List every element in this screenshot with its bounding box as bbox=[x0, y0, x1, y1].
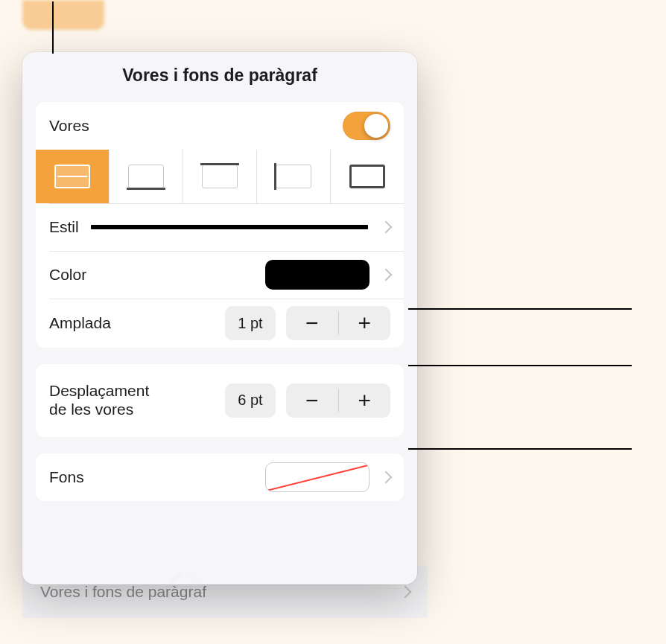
width-label: Amplada bbox=[49, 314, 111, 332]
width-stepper: − + bbox=[286, 306, 390, 340]
callout-leader bbox=[408, 365, 632, 366]
borders-toggle[interactable] bbox=[343, 112, 390, 140]
offset-increment[interactable]: + bbox=[339, 383, 391, 418]
popover-title: Vores i fons de paràgraf bbox=[22, 66, 417, 86]
color-label: Color bbox=[49, 266, 86, 284]
fill-card: Fons bbox=[36, 453, 404, 501]
chevron-right-icon bbox=[380, 269, 393, 281]
chevron-right-icon bbox=[380, 221, 393, 234]
chevron-right-icon bbox=[399, 586, 412, 599]
toggle-knob bbox=[364, 114, 388, 138]
chevron-right-icon bbox=[380, 471, 393, 483]
border-width-row: Amplada 1 pt − + bbox=[36, 299, 404, 348]
fill-swatch-none bbox=[265, 462, 370, 492]
offset-decrement[interactable]: − bbox=[286, 383, 338, 418]
callout-leader bbox=[408, 308, 632, 310]
fill-label: Fons bbox=[49, 468, 84, 486]
color-swatch bbox=[265, 260, 370, 290]
line-style-preview bbox=[91, 225, 368, 229]
offset-value[interactable]: 6 pt bbox=[225, 383, 276, 418]
background-tab-hint bbox=[22, 0, 104, 30]
borders-toggle-row: Vores bbox=[36, 102, 404, 150]
offset-label: Desplaçament de les vores bbox=[49, 372, 149, 430]
borders-background-popover: Vores i fons de paràgraf Vores bbox=[22, 52, 417, 584]
offset-card: Desplaçament de les vores 6 pt − + bbox=[36, 364, 404, 437]
width-decrement[interactable]: − bbox=[286, 306, 338, 340]
border-side-segmented bbox=[36, 150, 404, 203]
border-side-top[interactable] bbox=[183, 150, 257, 203]
offset-stepper: − + bbox=[286, 383, 390, 418]
style-label: Estil bbox=[49, 218, 79, 236]
width-increment[interactable]: + bbox=[339, 306, 391, 340]
border-side-left[interactable] bbox=[257, 150, 331, 203]
borders-card: Vores Estil bbox=[36, 102, 404, 348]
border-style-row[interactable]: Estil bbox=[36, 203, 404, 251]
underlying-row-label: Vores i fons de paràgraf bbox=[40, 583, 206, 601]
borders-label: Vores bbox=[49, 117, 89, 135]
border-offset-row: Desplaçament de les vores 6 pt − + bbox=[36, 364, 404, 437]
border-side-all[interactable] bbox=[36, 150, 110, 203]
border-side-bottom[interactable] bbox=[110, 150, 183, 203]
callout-leader bbox=[52, 1, 54, 54]
border-color-row[interactable]: Color bbox=[36, 251, 404, 299]
callout-leader bbox=[408, 448, 632, 450]
border-side-outline[interactable] bbox=[331, 150, 404, 203]
fill-row[interactable]: Fons bbox=[36, 453, 404, 501]
width-value[interactable]: 1 pt bbox=[225, 306, 276, 340]
